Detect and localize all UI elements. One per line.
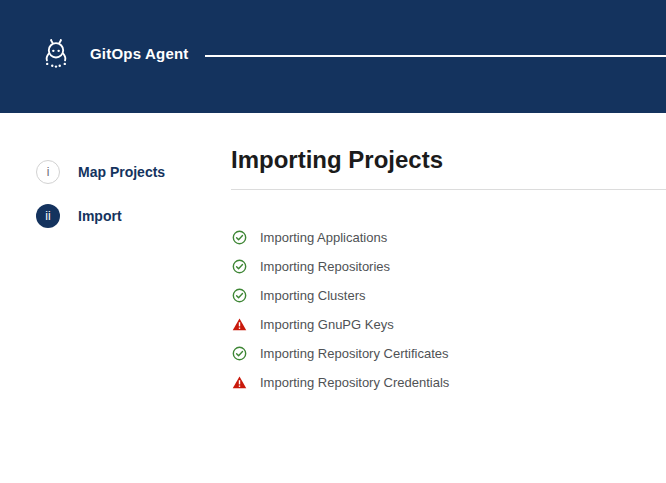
wizard-stepper: i Map Projects ii Import xyxy=(36,160,226,228)
step-2-label: Import xyxy=(78,208,122,224)
status-row: Importing Repository Credentials xyxy=(231,368,666,397)
step-1-indicator-icon: i xyxy=(36,160,60,184)
step-1-label: Map Projects xyxy=(78,164,165,180)
status-label: Importing Repository Certificates xyxy=(260,346,449,361)
step-import[interactable]: ii Import xyxy=(36,204,226,228)
title-divider xyxy=(231,189,666,190)
status-row: Importing Repositories xyxy=(231,252,666,281)
status-label: Importing Repositories xyxy=(260,259,390,274)
status-label: Importing Clusters xyxy=(260,288,365,303)
octopus-logo-icon xyxy=(40,37,72,71)
status-row: Importing Applications xyxy=(231,223,666,252)
status-row: Importing Repository Certificates xyxy=(231,339,666,368)
import-status-list: Importing Applications Importing Reposit… xyxy=(231,223,666,397)
status-label: Importing Applications xyxy=(260,230,387,245)
status-label: Importing GnuPG Keys xyxy=(260,317,394,332)
status-row: Importing Clusters xyxy=(231,281,666,310)
header: GitOps Agent xyxy=(0,0,666,113)
header-divider xyxy=(205,55,666,57)
warning-triangle-icon xyxy=(231,316,247,332)
status-row: Importing GnuPG Keys xyxy=(231,310,666,339)
check-circle-icon xyxy=(231,345,247,361)
check-circle-icon xyxy=(231,258,247,274)
brand-title: GitOps Agent xyxy=(90,45,189,62)
status-label: Importing Repository Credentials xyxy=(260,375,449,390)
check-circle-icon xyxy=(231,287,247,303)
warning-triangle-icon xyxy=(231,374,247,390)
main-content: Importing Projects Importing Application… xyxy=(231,146,666,397)
page-title: Importing Projects xyxy=(231,146,666,175)
check-circle-icon xyxy=(231,229,247,245)
step-2-indicator-icon: ii xyxy=(36,204,60,228)
step-map-projects[interactable]: i Map Projects xyxy=(36,160,226,184)
